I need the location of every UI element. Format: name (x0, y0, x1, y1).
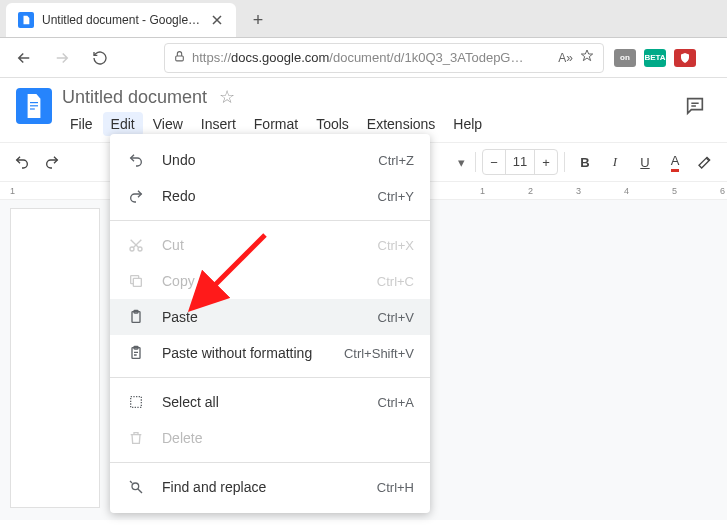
font-size-control: − 11 + (482, 149, 558, 175)
menu-item-shortcut: Ctrl+C (377, 274, 414, 289)
cut-icon (126, 237, 146, 253)
menu-item-delete: Delete (110, 420, 430, 456)
menu-item-shortcut: Ctrl+H (377, 480, 414, 495)
menu-item-label: Redo (162, 188, 362, 204)
extension-icons: on BETA (614, 49, 696, 67)
menu-view[interactable]: View (145, 112, 191, 136)
tab-title: Untitled document - Google Doc (42, 13, 202, 27)
menu-tools[interactable]: Tools (308, 112, 357, 136)
ruler-tick: 3 (576, 186, 581, 196)
forward-button (48, 44, 76, 72)
docs-header: Untitled document ☆ File Edit View Inser… (0, 78, 727, 136)
menu-bar: File Edit View Insert Format Tools Exten… (62, 112, 669, 136)
favorite-icon[interactable] (579, 48, 595, 67)
menu-separator (110, 462, 430, 463)
menu-item-label: Paste (162, 309, 362, 325)
menu-item-shortcut: Ctrl+Y (378, 189, 414, 204)
menu-separator (110, 220, 430, 221)
font-size-value[interactable]: 11 (505, 150, 535, 174)
svg-rect-11 (131, 397, 142, 408)
new-tab-button[interactable]: + (244, 6, 272, 34)
menu-item-label: Undo (162, 152, 362, 168)
text-color-button[interactable]: A (661, 148, 689, 176)
svg-rect-0 (176, 55, 184, 60)
redo-button[interactable] (38, 148, 66, 176)
doc-title[interactable]: Untitled document (62, 87, 207, 108)
extension-1-icon[interactable]: on (614, 49, 636, 67)
menu-extensions[interactable]: Extensions (359, 112, 443, 136)
menu-edit[interactable]: Edit (103, 112, 143, 136)
ruler-tick: 5 (672, 186, 677, 196)
browser-tab[interactable]: Untitled document - Google Doc (6, 3, 236, 37)
menu-item-label: Delete (162, 430, 398, 446)
menu-help[interactable]: Help (445, 112, 490, 136)
svg-rect-3 (30, 108, 35, 109)
menu-item-shortcut: Ctrl+Shift+V (344, 346, 414, 361)
browser-tab-strip: Untitled document - Google Doc + (0, 0, 727, 38)
menu-item-shortcut: Ctrl+A (378, 395, 414, 410)
ruler-tick: 4 (624, 186, 629, 196)
menu-item-find-and-replace[interactable]: Find and replaceCtrl+H (110, 469, 430, 505)
menu-item-label: Find and replace (162, 479, 361, 495)
menu-item-label: Copy (162, 273, 361, 289)
menu-item-label: Cut (162, 237, 362, 253)
back-button[interactable] (10, 44, 38, 72)
find-replace-icon (126, 479, 146, 495)
address-bar: https://docs.google.com/document/d/1k0Q3… (0, 38, 727, 78)
svg-point-5 (138, 247, 142, 251)
ruler-tick: 6 (720, 186, 725, 196)
ruler-tick: 2 (528, 186, 533, 196)
paste-icon (126, 309, 146, 325)
highlight-button[interactable] (691, 148, 719, 176)
menu-separator (110, 377, 430, 378)
font-size-decrease[interactable]: − (483, 150, 505, 174)
underline-button[interactable]: U (631, 148, 659, 176)
docs-favicon (18, 12, 34, 28)
svg-rect-6 (133, 278, 141, 286)
page[interactable] (10, 208, 100, 508)
menu-item-shortcut: Ctrl+X (378, 238, 414, 253)
delete-icon (126, 430, 146, 446)
svg-point-12 (132, 483, 139, 490)
menu-item-label: Select all (162, 394, 362, 410)
menu-item-shortcut: Ctrl+Z (378, 153, 414, 168)
menu-item-cut: CutCtrl+X (110, 227, 430, 263)
copy-icon (126, 273, 146, 289)
menu-format[interactable]: Format (246, 112, 306, 136)
reader-mode-icon[interactable]: A» (558, 51, 573, 65)
menu-item-select-all[interactable]: Select allCtrl+A (110, 384, 430, 420)
star-icon[interactable]: ☆ (219, 86, 235, 108)
ruler-tick: 1 (480, 186, 485, 196)
comment-history-icon[interactable] (679, 90, 711, 122)
extension-shield-icon[interactable] (674, 49, 696, 67)
bold-button[interactable]: B (571, 148, 599, 176)
select-all-icon (126, 394, 146, 410)
undo-icon (126, 152, 146, 168)
italic-button[interactable]: I (601, 148, 629, 176)
refresh-button[interactable] (86, 44, 114, 72)
menu-item-paste-without-formatting[interactable]: Paste without formattingCtrl+Shift+V (110, 335, 430, 371)
redo-icon (126, 188, 146, 204)
close-icon[interactable] (210, 13, 224, 27)
menu-item-redo[interactable]: RedoCtrl+Y (110, 178, 430, 214)
chevron-down-icon[interactable]: ▾ (453, 155, 469, 170)
paste-plain-icon (126, 345, 146, 361)
menu-file[interactable]: File (62, 112, 101, 136)
ruler-tick: 1 (10, 186, 15, 196)
url-text: https://docs.google.com/document/d/1k0Q3… (192, 50, 552, 65)
menu-item-copy: CopyCtrl+C (110, 263, 430, 299)
extension-beta-icon[interactable]: BETA (644, 49, 666, 67)
font-size-increase[interactable]: + (535, 150, 557, 174)
menu-item-shortcut: Ctrl+V (378, 310, 414, 325)
menu-item-label: Paste without formatting (162, 345, 328, 361)
menu-item-paste[interactable]: PasteCtrl+V (110, 299, 430, 335)
menu-insert[interactable]: Insert (193, 112, 244, 136)
svg-point-4 (130, 247, 134, 251)
undo-button[interactable] (8, 148, 36, 176)
lock-icon (173, 50, 186, 66)
docs-logo[interactable] (16, 88, 52, 124)
url-input[interactable]: https://docs.google.com/document/d/1k0Q3… (164, 43, 604, 73)
menu-item-undo[interactable]: UndoCtrl+Z (110, 142, 430, 178)
svg-rect-2 (30, 105, 38, 106)
edit-menu-dropdown: UndoCtrl+ZRedoCtrl+YCutCtrl+XCopyCtrl+CP… (110, 134, 430, 513)
